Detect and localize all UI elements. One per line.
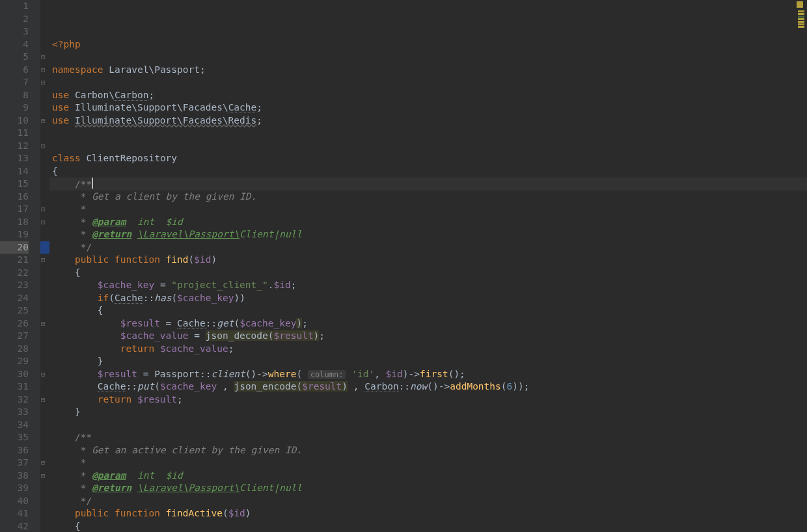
fold-toggle-icon[interactable]: ⊟ <box>41 51 46 64</box>
line-number[interactable]: 35 <box>0 431 29 444</box>
fold-toggle-icon[interactable]: ⊟ <box>41 368 46 381</box>
code-line[interactable] <box>49 51 807 64</box>
stripe-mark[interactable] <box>798 26 804 28</box>
fold-toggle-icon[interactable]: ⊟ <box>41 393 46 406</box>
code-line[interactable]: public function findActive($id) <box>49 507 807 520</box>
code-line[interactable] <box>49 140 807 153</box>
fold-toggle-icon[interactable]: ⊟ <box>41 76 46 89</box>
line-number[interactable]: 29 <box>0 355 29 368</box>
fold-toggle-icon[interactable]: ⊟ <box>41 470 46 483</box>
code-line[interactable]: use Carbon\Carbon; <box>49 89 807 102</box>
line-number[interactable]: 6 <box>0 64 29 77</box>
code-line[interactable]: * @param int $id <box>49 470 807 483</box>
line-number[interactable]: 28 <box>0 343 29 356</box>
code-line[interactable]: $cache_value = json_decode($result); <box>49 330 807 343</box>
stripe-mark[interactable] <box>798 16 804 18</box>
code-line[interactable]: * Get a client by the given ID. <box>49 191 807 204</box>
code-line[interactable]: * @return \Laravel\Passport\Client|null <box>49 482 807 495</box>
code-line[interactable]: } <box>49 355 807 368</box>
code-line[interactable] <box>49 419 807 432</box>
fold-toggle-icon[interactable]: ⊟ <box>41 64 46 77</box>
line-number[interactable]: 18 <box>0 216 29 229</box>
code-line[interactable]: $cache_key = "project_client_".$id; <box>49 279 807 292</box>
code-line[interactable]: * @return \Laravel\Passport\Client|null <box>49 228 807 241</box>
stripe-mark[interactable] <box>798 23 804 25</box>
line-number[interactable]: 8 <box>0 89 29 102</box>
code-line[interactable]: * @param int $id <box>49 216 807 229</box>
code-line[interactable]: $result = Passport::client()->where( col… <box>49 368 807 381</box>
line-number[interactable]: 37 <box>0 457 29 470</box>
line-number[interactable]: 11 <box>0 127 29 140</box>
fold-toggle-icon[interactable]: ⊟ <box>41 317 46 330</box>
line-number[interactable]: 7 <box>0 76 29 89</box>
code-line[interactable]: if(Cache::has($cache_key)) <box>49 292 807 305</box>
code-line[interactable]: <?php <box>49 38 807 51</box>
code-line[interactable]: { <box>49 267 807 280</box>
line-number[interactable]: 12 <box>0 140 29 153</box>
line-number[interactable]: 36 <box>0 444 29 457</box>
line-number[interactable]: 30 <box>0 368 29 381</box>
fold-toggle-icon[interactable]: ⊟ <box>41 254 46 267</box>
line-number[interactable]: 22 <box>0 267 29 280</box>
fold-toggle-icon[interactable]: ⊟ <box>41 457 46 470</box>
line-number[interactable]: 10 <box>0 114 29 127</box>
error-stripe[interactable] <box>797 1 806 29</box>
line-number[interactable]: 33 <box>0 406 29 419</box>
line-number[interactable]: 32 <box>0 393 29 406</box>
fold-toggle-icon[interactable]: ⊟ <box>41 140 46 153</box>
line-number[interactable]: 16 <box>0 191 29 204</box>
fold-column[interactable]: ⊟⊟⊟⊟⊟⊟⊟⊟⊟⊟⊟⊟⊟ <box>40 0 49 532</box>
code-line[interactable]: { <box>49 520 807 533</box>
line-number[interactable]: 21 <box>0 254 29 267</box>
code-line[interactable]: * Get an active client by the given ID. <box>49 444 807 457</box>
line-number[interactable]: 42 <box>0 520 29 533</box>
code-line[interactable]: * <box>49 203 807 216</box>
code-line[interactable]: { <box>49 165 807 178</box>
code-line[interactable]: return $cache_value; <box>49 343 807 356</box>
code-line[interactable]: return $result; <box>49 393 807 406</box>
line-number[interactable]: 20 <box>0 241 29 254</box>
code-line[interactable]: namespace Laravel\Passport; <box>49 64 807 77</box>
line-number[interactable]: 17 <box>0 203 29 216</box>
line-number[interactable]: 41 <box>0 507 29 520</box>
line-number[interactable]: 40 <box>0 495 29 508</box>
line-number[interactable]: 34 <box>0 419 29 432</box>
code-line[interactable]: $result = Cache::get($cache_key); <box>49 317 807 330</box>
line-number[interactable]: 9 <box>0 101 29 114</box>
line-number[interactable]: 38 <box>0 470 29 483</box>
line-number[interactable]: 25 <box>0 304 29 317</box>
code-line[interactable]: use Illuminate\Support\Facades\Cache; <box>49 101 807 114</box>
line-number[interactable]: 13 <box>0 152 29 165</box>
code-line[interactable]: */ <box>49 241 807 254</box>
code-area[interactable]: <?phpnamespace Laravel\Passport;use Carb… <box>49 0 807 532</box>
stripe-mark[interactable] <box>798 13 804 15</box>
line-number[interactable]: 2 <box>0 13 29 26</box>
line-number[interactable]: 26 <box>0 317 29 330</box>
code-line[interactable]: /** <box>49 178 807 191</box>
code-line[interactable]: */ <box>49 495 807 508</box>
code-line[interactable]: * <box>49 457 807 470</box>
line-number[interactable]: 24 <box>0 292 29 305</box>
code-line[interactable]: public function find($id) <box>49 254 807 267</box>
line-number[interactable]: 31 <box>0 380 29 393</box>
code-line[interactable]: /** <box>49 431 807 444</box>
line-number[interactable]: 23 <box>0 279 29 292</box>
fold-toggle-icon[interactable]: ⊟ <box>41 114 46 127</box>
stripe-mark[interactable] <box>798 21 804 23</box>
line-number[interactable]: 3 <box>0 25 29 38</box>
code-line[interactable]: Cache::put($cache_key , json_encode($res… <box>49 380 807 393</box>
stripe-mark[interactable] <box>798 18 804 20</box>
code-line[interactable] <box>49 76 807 89</box>
line-number[interactable]: 5 <box>0 51 29 64</box>
code-line[interactable]: } <box>49 406 807 419</box>
line-number[interactable]: 14 <box>0 165 29 178</box>
fold-toggle-icon[interactable]: ⊟ <box>41 216 46 229</box>
code-line[interactable] <box>49 127 807 140</box>
code-line[interactable]: use Illuminate\Support\Facades\Redis; <box>49 114 807 127</box>
line-number[interactable]: 4 <box>0 38 29 51</box>
code-editor[interactable]: 1234567891011121314151617181920212223242… <box>0 0 807 532</box>
inspection-indicator-icon[interactable] <box>797 1 803 8</box>
code-line[interactable]: { <box>49 304 807 317</box>
stripe-mark[interactable] <box>798 10 804 12</box>
line-number-gutter[interactable]: 1234567891011121314151617181920212223242… <box>0 0 40 532</box>
